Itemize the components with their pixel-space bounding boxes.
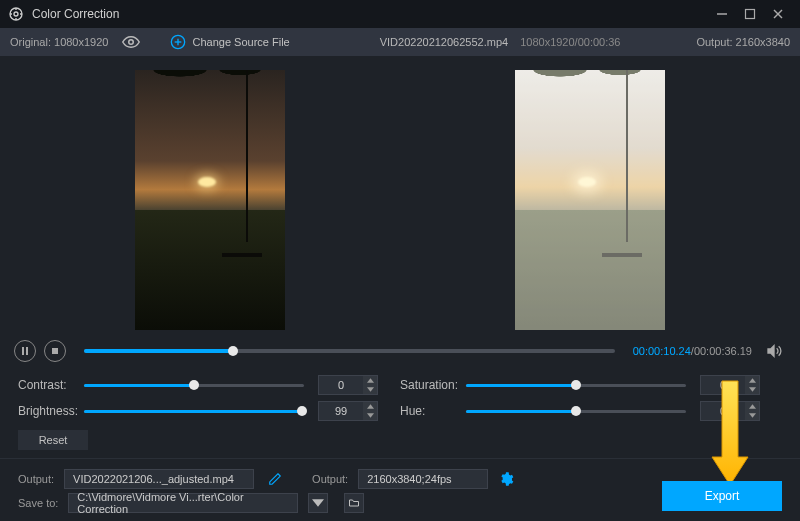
close-button[interactable]: [764, 4, 792, 24]
svg-point-6: [129, 40, 134, 45]
export-button[interactable]: Export: [662, 481, 782, 511]
contrast-label: Contrast:: [18, 378, 84, 392]
saturation-down[interactable]: [745, 385, 759, 394]
source-filename: VID20220212062552.mp4: [380, 36, 508, 48]
svg-marker-16: [749, 378, 756, 382]
settings-gear-icon[interactable]: [498, 471, 514, 487]
saturation-up[interactable]: [745, 376, 759, 385]
plus-circle-icon: [170, 34, 186, 50]
svg-marker-18: [367, 404, 374, 408]
change-source-button[interactable]: Change Source File: [170, 34, 289, 50]
output-file-label: Output:: [18, 473, 54, 485]
output-format-field[interactable]: 2160x3840;24fps: [358, 469, 488, 489]
svg-marker-21: [749, 413, 756, 417]
stop-button[interactable]: [44, 340, 66, 362]
hue-value-box: 0: [700, 401, 760, 421]
brightness-slider[interactable]: [84, 410, 304, 413]
brightness-up[interactable]: [363, 402, 377, 411]
brightness-down[interactable]: [363, 411, 377, 420]
brightness-value-box: 99: [318, 401, 378, 421]
contrast-value: 0: [319, 379, 363, 391]
eye-icon[interactable]: [122, 33, 140, 51]
preview-area: [0, 56, 800, 336]
timecode: 00:00:10.24/00:00:36.19: [633, 345, 752, 357]
saturation-slider[interactable]: [466, 384, 686, 387]
window-title: Color Correction: [32, 7, 708, 21]
brightness-group: Brightness: 99: [18, 401, 378, 421]
svg-marker-20: [749, 404, 756, 408]
maximize-button[interactable]: [736, 4, 764, 24]
brightness-label: Brightness:: [18, 404, 84, 418]
hue-label: Hue:: [400, 404, 466, 418]
svg-marker-15: [367, 387, 374, 391]
playback-bar: 00:00:10.24/00:00:36.19: [0, 336, 800, 366]
contrast-group: Contrast: 0: [18, 375, 378, 395]
hue-value: 0: [701, 405, 745, 417]
reset-button[interactable]: Reset: [18, 430, 88, 450]
timeline-slider[interactable]: [84, 349, 615, 353]
adjusted-preview: [515, 70, 665, 330]
hue-down[interactable]: [745, 411, 759, 420]
saturation-value: 0: [701, 379, 745, 391]
contrast-down[interactable]: [363, 385, 377, 394]
save-path-dropdown[interactable]: [308, 493, 328, 513]
volume-icon[interactable]: [766, 343, 782, 359]
svg-marker-13: [768, 346, 774, 357]
svg-marker-19: [367, 413, 374, 417]
saturation-group: Saturation: 0: [400, 375, 760, 395]
source-res-duration: 1080x1920/00:00:36: [520, 36, 620, 48]
hue-up[interactable]: [745, 402, 759, 411]
svg-rect-3: [746, 10, 755, 19]
hue-group: Hue: 0: [400, 401, 760, 421]
svg-marker-14: [367, 378, 374, 382]
output-format-label: Output:: [312, 473, 348, 485]
svg-rect-10: [22, 347, 24, 355]
change-source-label: Change Source File: [192, 36, 289, 48]
svg-rect-11: [26, 347, 28, 355]
saturation-label: Saturation:: [400, 378, 466, 392]
infobar: Original: 1080x1920 Change Source File V…: [0, 28, 800, 56]
svg-marker-22: [312, 499, 324, 507]
contrast-up[interactable]: [363, 376, 377, 385]
hue-slider[interactable]: [466, 410, 686, 413]
time-current: 00:00:10.24: [633, 345, 691, 357]
minimize-button[interactable]: [708, 4, 736, 24]
app-icon: [8, 6, 24, 22]
svg-marker-17: [749, 387, 756, 391]
output-resolution: Output: 2160x3840: [696, 36, 790, 48]
saturation-value-box: 0: [700, 375, 760, 395]
edit-filename-icon[interactable]: [268, 472, 282, 486]
pause-button[interactable]: [14, 340, 36, 362]
output-area: Output: VID2022021206..._adjusted.mp4 Ou…: [0, 458, 800, 515]
svg-point-1: [14, 12, 18, 16]
save-path-field[interactable]: C:\Vidmore\Vidmore Vi...rter\Color Corre…: [68, 493, 298, 513]
original-preview: [135, 70, 285, 330]
original-resolution: Original: 1080x1920: [10, 36, 108, 48]
contrast-value-box: 0: [318, 375, 378, 395]
titlebar: Color Correction: [0, 0, 800, 28]
brightness-value: 99: [319, 405, 363, 417]
output-filename-field[interactable]: VID2022021206..._adjusted.mp4: [64, 469, 254, 489]
adjustment-sliders: Contrast: 0 Saturation: 0 Brightness: 99: [0, 366, 800, 426]
svg-rect-12: [52, 348, 58, 354]
open-folder-button[interactable]: [344, 493, 364, 513]
save-to-label: Save to:: [18, 497, 58, 509]
time-total: 00:00:36.19: [694, 345, 752, 357]
contrast-slider[interactable]: [84, 384, 304, 387]
